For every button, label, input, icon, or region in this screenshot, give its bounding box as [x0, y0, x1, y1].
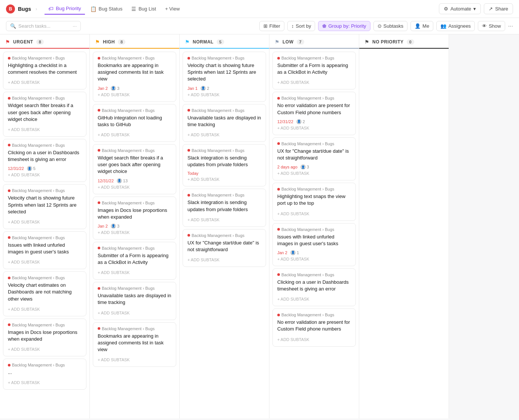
nav-tabs: 🏷 Bug Priority 📋 Bug Status ☰ Bug List +…	[45, 3, 183, 15]
eye-icon: 👁	[482, 23, 487, 29]
status-dot	[277, 228, 280, 231]
table-row[interactable]: Backlog Management › BugsSlack integrati…	[183, 189, 266, 226]
table-row[interactable]: Backlog Management › BugsSlack integrati…	[183, 144, 266, 186]
card-assignees: 👤3	[300, 164, 309, 170]
sort-button[interactable]: ↕ Sort by	[287, 21, 315, 31]
table-row[interactable]: Backlog Management › BugsClicking on a u…	[3, 139, 86, 182]
status-dot	[98, 149, 100, 152]
breadcrumb: Backlog Management › Bugs	[277, 187, 351, 191]
table-row[interactable]: Backlog Management › BugsUnavailable tas…	[183, 104, 266, 142]
tab-view-add[interactable]: + View	[161, 3, 183, 15]
add-subtask-button[interactable]: + ADD SUBTASK	[98, 131, 171, 138]
subtasks-button[interactable]: ⊙ Subtasks	[373, 21, 407, 31]
card-footer: 12/31/22👤2	[277, 119, 351, 124]
add-subtask-button[interactable]: + ADD SUBTASK	[8, 126, 82, 133]
add-subtask-button[interactable]: + ADD SUBTASK	[8, 379, 82, 386]
table-row[interactable]: Backlog Management › BugsImages in Docs …	[93, 197, 176, 240]
status-dot	[8, 144, 10, 146]
add-subtask-button[interactable]: + ADD SUBTASK	[277, 255, 351, 262]
table-row[interactable]: Backlog Management › BugsIssues with lin…	[3, 231, 86, 269]
add-subtask-button[interactable]: + ADD SUBTASK	[187, 216, 261, 223]
breadcrumb: Backlog Management › Bugs	[277, 141, 351, 146]
add-subtask-button[interactable]: + ADD SUBTASK	[98, 309, 171, 316]
tab-bug-list[interactable]: ☰ Bug List	[128, 3, 160, 15]
nav-actions: ⚙ Automate ▾ ↗ Share	[439, 3, 513, 14]
automate-button[interactable]: ⚙ Automate ▾	[439, 3, 481, 14]
tab-bug-priority[interactable]: 🏷 Bug Priority	[45, 3, 85, 15]
table-row[interactable]: Backlog Management › BugsVelocity chart …	[3, 271, 86, 316]
card-title: Submitter of a Form is appearing as a Cl…	[277, 62, 351, 76]
card-assignees: 👤5	[27, 166, 36, 171]
tab-bug-status[interactable]: 📋 Bug Status	[86, 3, 126, 15]
card-footer: 12/31/22👤13	[98, 178, 171, 183]
status-dot	[277, 273, 280, 276]
priority-icon-high: ⚑	[95, 39, 100, 45]
add-subtask-button[interactable]: + ADD SUBTASK	[277, 210, 351, 217]
card-footer: Jan 2👤3	[98, 86, 171, 91]
add-subtask-button[interactable]: + ADD SUBTASK	[8, 258, 82, 265]
add-subtask-button[interactable]: + ADD SUBTASK	[277, 79, 351, 85]
table-row[interactable]: Backlog Management › BugsWidget search f…	[93, 144, 176, 194]
filter-icon: ⊞	[263, 23, 268, 29]
table-row[interactable]: Backlog Management › BugsIssues with lin…	[272, 223, 356, 266]
card-date: Jan 2	[98, 86, 108, 91]
add-subtask-button[interactable]: + ADD SUBTASK	[277, 170, 351, 176]
status-dot	[98, 287, 100, 290]
add-subtask-button[interactable]: + ADD SUBTASK	[98, 91, 171, 98]
table-row[interactable]: Backlog Management › BugsClicking on a u…	[272, 268, 356, 306]
add-subtask-button[interactable]: + ADD SUBTASK	[8, 171, 82, 178]
add-subtask-button[interactable]: + ADD SUBTASK	[98, 269, 171, 276]
share-button[interactable]: ↗ Share	[484, 3, 513, 14]
group-button[interactable]: ⬟ Group by: Priority	[318, 21, 370, 31]
table-row[interactable]: Backlog Management › BugsImages in Docs …	[3, 319, 86, 356]
card-date: 12/31/22	[8, 166, 24, 171]
add-subtask-button[interactable]: + ADD SUBTASK	[277, 295, 351, 302]
avatar: 👤	[117, 178, 122, 183]
assignees-button[interactable]: 👥 Assignees	[436, 21, 475, 31]
status-dot	[277, 188, 280, 191]
table-row[interactable]: Backlog Management › BugsVelocity chart …	[3, 184, 86, 229]
me-button[interactable]: 👤 Me	[410, 21, 433, 31]
table-row[interactable]: Backlog Management › BugsHighlighting te…	[272, 183, 356, 220]
table-row[interactable]: Backlog Management › BugsUnavailable tas…	[93, 282, 176, 320]
show-button[interactable]: 👁 Show	[478, 21, 505, 31]
table-row[interactable]: Backlog Management › BugsHighlighting a …	[3, 52, 86, 89]
status-dot	[277, 314, 280, 316]
add-subtask-button[interactable]: + ADD SUBTASK	[187, 256, 261, 263]
column-low: ⚑LOW7Backlog Management › BugsSubmitter …	[269, 34, 359, 419]
table-row[interactable]: Backlog Management › Bugs...+ ADD SUBTAS…	[3, 359, 86, 390]
add-subtask-button[interactable]: + ADD SUBTASK	[98, 356, 171, 363]
table-row[interactable]: Backlog Management › BugsUX for "Change …	[183, 229, 266, 267]
table-row[interactable]: Backlog Management › BugsNo error valida…	[272, 92, 356, 135]
more-options-icon[interactable]: ···	[508, 23, 513, 30]
table-row[interactable]: Backlog Management › BugsBookmarks are a…	[93, 322, 176, 367]
table-row[interactable]: Backlog Management › BugsWidget search f…	[3, 92, 86, 137]
table-row[interactable]: Backlog Management › BugsSubmitter of a …	[93, 242, 176, 280]
avatar: 👤	[296, 119, 302, 124]
add-subtask-button[interactable]: + ADD SUBTASK	[8, 218, 82, 225]
add-subtask-button[interactable]: + ADD SUBTASK	[8, 346, 82, 352]
breadcrumb: Backlog Management › Bugs	[187, 193, 261, 197]
add-subtask-button[interactable]: + ADD SUBTASK	[8, 79, 82, 85]
add-subtask-button[interactable]: + ADD SUBTASK	[98, 229, 171, 235]
top-nav: B Bugs › 🏷 Bug Priority 📋 Bug Status ☰ B…	[0, 0, 519, 18]
filter-button[interactable]: ⊞ Filter	[259, 21, 284, 31]
column-count-nopriority: 0	[407, 39, 414, 45]
table-row[interactable]: Backlog Management › BugsSubmitter of a …	[272, 52, 356, 89]
card-date: Jan 1	[187, 86, 198, 91]
table-row[interactable]: Backlog Management › BugsVelocity chart …	[183, 52, 266, 102]
add-subtask-button[interactable]: + ADD SUBTASK	[277, 336, 351, 343]
add-subtask-button[interactable]: + ADD SUBTASK	[187, 176, 261, 182]
table-row[interactable]: Backlog Management › BugsNo error valida…	[272, 308, 356, 346]
card-title: Images in Docs lose proportions when exp…	[8, 329, 82, 343]
status-dot	[98, 327, 100, 330]
add-subtask-button[interactable]: + ADD SUBTASK	[187, 91, 261, 98]
add-subtask-button[interactable]: + ADD SUBTASK	[277, 124, 351, 131]
add-subtask-button[interactable]: + ADD SUBTASK	[187, 131, 261, 138]
table-row[interactable]: Backlog Management › BugsGitHub integrat…	[93, 104, 176, 142]
add-subtask-button[interactable]: + ADD SUBTASK	[8, 305, 82, 312]
search-box[interactable]: 🔍 Search tasks... ···	[6, 21, 81, 31]
table-row[interactable]: Backlog Management › BugsUX for "Change …	[272, 137, 356, 180]
table-row[interactable]: Backlog Management › BugsBookmarks are a…	[93, 52, 176, 102]
add-subtask-button[interactable]: + ADD SUBTASK	[98, 183, 171, 190]
